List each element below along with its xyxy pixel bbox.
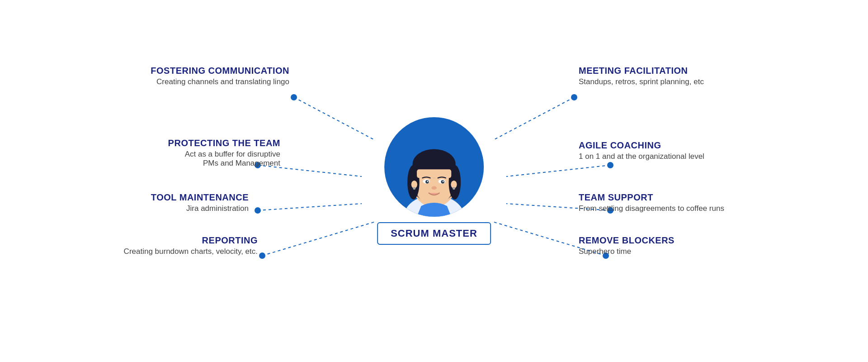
svg-point-31: [427, 181, 428, 182]
meeting-facilitation-title: MEETING FACILITATION: [579, 66, 832, 76]
protecting-team-title: PROTECTING THE TEAM: [36, 138, 280, 148]
svg-point-13: [607, 162, 613, 168]
svg-line-0: [294, 97, 375, 140]
agile-coaching-title: AGILE COACHING: [579, 140, 832, 151]
team-support-title: TEAM SUPPORT: [579, 192, 832, 203]
svg-point-12: [571, 94, 577, 100]
tool-maintenance-title: TOOL MAINTENANCE: [36, 192, 249, 203]
svg-point-10: [255, 207, 261, 214]
right-item-meeting-facilitation: MEETING FACILITATION Standups, retros, s…: [579, 66, 832, 86]
agile-coaching-desc: 1 on 1 and at the organizational level: [579, 152, 832, 161]
svg-point-11: [259, 252, 265, 259]
team-support-desc: From settling disagreements to coffee ru…: [579, 204, 832, 213]
fostering-communication-desc: Creating channels and translating lingo: [36, 77, 289, 86]
avatar-svg: [393, 126, 475, 217]
svg-rect-26: [417, 169, 451, 178]
right-item-team-support: TEAM SUPPORT From settling disagreements…: [579, 192, 832, 213]
left-item-protecting-team: PROTECTING THE TEAM Act as a buffer for …: [36, 138, 280, 168]
reporting-title: REPORTING: [36, 235, 258, 246]
svg-line-4: [493, 97, 574, 140]
left-item-tool-maintenance: TOOL MAINTENANCE Jira administration: [36, 192, 249, 213]
fostering-communication-title: FOSTERING COMMUNICATION: [36, 66, 289, 76]
svg-point-36: [413, 187, 415, 190]
right-item-agile-coaching: AGILE COACHING 1 on 1 and at the organiz…: [579, 140, 832, 161]
meeting-facilitation-desc: Standups, retros, sprint planning, etc: [579, 77, 832, 86]
svg-point-8: [291, 94, 297, 100]
svg-point-33: [431, 186, 436, 190]
svg-point-32: [443, 181, 444, 182]
left-item-fostering-communication: FOSTERING COMMUNICATION Creating channel…: [36, 66, 289, 86]
avatar-circle: [384, 117, 484, 217]
remove-blockers-desc: Superhero time: [579, 247, 832, 256]
tool-maintenance-desc: Jira administration: [36, 204, 249, 213]
svg-point-37: [453, 187, 455, 190]
reporting-desc: Creating burndown charts, velocity, etc.: [36, 247, 258, 256]
left-item-reporting: REPORTING Creating burndown charts, velo…: [36, 235, 258, 256]
svg-line-3: [262, 222, 375, 256]
protecting-team-desc: Act as a buffer for disruptive PMs and M…: [36, 150, 280, 168]
svg-line-5: [506, 165, 610, 176]
diagram-container: SCRUM MASTER FOSTERING COMMUNICATION Cre…: [0, 0, 868, 362]
scrum-master-label: SCRUM MASTER: [377, 222, 491, 245]
right-item-remove-blockers: REMOVE BLOCKERS Superhero time: [579, 235, 832, 256]
remove-blockers-title: REMOVE BLOCKERS: [579, 235, 832, 246]
center-element: SCRUM MASTER: [377, 117, 491, 245]
svg-line-2: [258, 204, 362, 210]
